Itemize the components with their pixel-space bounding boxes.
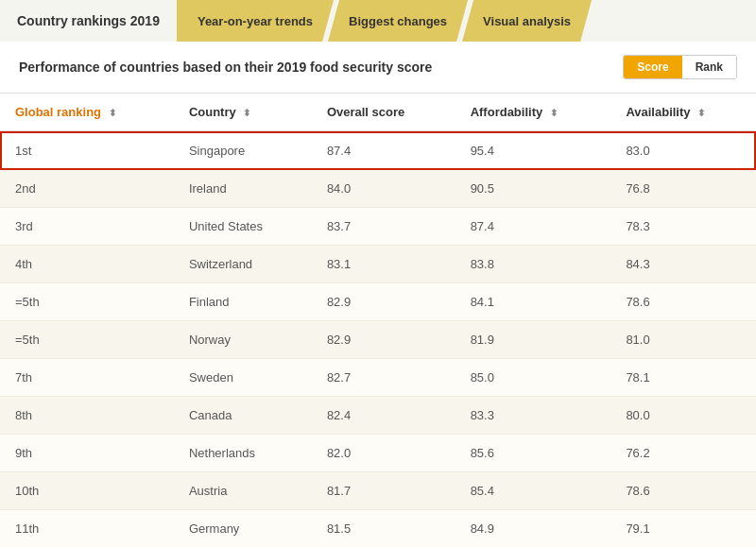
table-row[interactable]: 1stSingapore87.495.483.0 [0, 131, 756, 170]
cell-country: Ireland [174, 170, 312, 208]
cell-rank: 7th [0, 359, 174, 397]
cell-overall: 81.5 [312, 510, 455, 548]
col-header-country[interactable]: Country ⬍ [174, 94, 312, 131]
rankings-table: Global ranking ⬍ Country ⬍ Overall score… [0, 94, 756, 547]
tab-year-on-year[interactable]: Year-on-year trends [177, 0, 334, 42]
cell-affordability: 83.8 [455, 246, 611, 283]
table-row[interactable]: 9thNetherlands82.085.676.2 [0, 435, 756, 472]
cell-country: Singapore [174, 131, 312, 170]
cell-availability: 78.1 [610, 359, 756, 397]
table-row[interactable]: 11thGermany81.584.979.1 [0, 510, 756, 548]
table-row[interactable]: 3rdUnited States83.787.478.3 [0, 208, 756, 246]
cell-overall: 82.9 [312, 283, 455, 321]
cell-overall: 82.7 [312, 359, 455, 397]
cell-rank: 1st [0, 131, 174, 170]
cell-country: Germany [174, 510, 312, 548]
cell-overall: 82.9 [312, 321, 455, 359]
cell-availability: 79.1 [610, 510, 756, 548]
cell-affordability: 87.4 [455, 208, 611, 246]
cell-affordability: 84.9 [455, 510, 611, 548]
header-title: Country rankings 2019 [0, 0, 177, 42]
table-row[interactable]: 10thAustria81.785.478.6 [0, 472, 756, 510]
cell-affordability: 85.0 [455, 359, 611, 397]
cell-country: Sweden [174, 359, 312, 397]
cell-affordability: 95.4 [455, 131, 611, 170]
cell-affordability: 85.6 [455, 435, 611, 472]
cell-overall: 87.4 [312, 131, 455, 170]
subtitle-bar: Performance of countries based on their … [0, 42, 756, 94]
sort-icon-ranking: ⬍ [109, 108, 116, 118]
sort-icon-country: ⬍ [243, 108, 250, 118]
table-row[interactable]: 7thSweden82.785.078.1 [0, 359, 756, 397]
title-text: Country rankings 2019 [17, 13, 160, 28]
cell-country: Switzerland [174, 246, 312, 283]
sort-icon-availability: ⬍ [697, 108, 705, 118]
cell-affordability: 84.1 [455, 283, 611, 321]
table-header: Global ranking ⬍ Country ⬍ Overall score… [0, 94, 756, 131]
cell-overall: 81.7 [312, 472, 455, 510]
cell-rank: =5th [0, 283, 174, 321]
table-row[interactable]: 4thSwitzerland83.183.884.3 [0, 246, 756, 283]
subtitle-text: Performance of countries based on their … [19, 60, 432, 75]
score-rank-toggle: Score Rank [623, 55, 737, 79]
cell-availability: 78.6 [610, 283, 756, 321]
col-header-overall[interactable]: Overall score [312, 94, 455, 131]
table-row[interactable]: =5thNorway82.981.981.0 [0, 321, 756, 359]
col-header-ranking[interactable]: Global ranking ⬍ [0, 94, 174, 131]
cell-country: Norway [174, 321, 312, 359]
table-body: 1stSingapore87.495.483.02ndIreland84.090… [0, 131, 756, 547]
table-row[interactable]: 8thCanada82.483.380.0 [0, 397, 756, 435]
cell-overall: 84.0 [312, 170, 455, 208]
cell-availability: 76.2 [610, 435, 756, 472]
cell-overall: 83.7 [312, 208, 455, 246]
rank-toggle-button[interactable]: Rank [682, 56, 736, 78]
sort-icon-affordability: ⬍ [550, 108, 558, 118]
score-toggle-button[interactable]: Score [624, 56, 681, 78]
cell-availability: 80.0 [610, 397, 756, 435]
table-row[interactable]: =5thFinland82.984.178.6 [0, 283, 756, 321]
cell-availability: 78.6 [610, 472, 756, 510]
col-header-affordability[interactable]: Affordability ⬍ [455, 94, 611, 131]
tab-bar: Year-on-year trends Biggest changes Visu… [177, 0, 592, 42]
cell-overall: 82.0 [312, 435, 455, 472]
cell-rank: 4th [0, 246, 174, 283]
cell-country: Canada [174, 397, 312, 435]
cell-affordability: 81.9 [455, 321, 611, 359]
page-header: Country rankings 2019 Year-on-year trend… [0, 0, 756, 42]
cell-rank: 9th [0, 435, 174, 472]
cell-rank: 8th [0, 397, 174, 435]
cell-affordability: 85.4 [455, 472, 611, 510]
cell-rank: 11th [0, 510, 174, 548]
cell-affordability: 90.5 [455, 170, 611, 208]
col-header-availability[interactable]: Availability ⬍ [610, 94, 756, 131]
cell-country: United States [174, 208, 312, 246]
cell-availability: 84.3 [610, 246, 756, 283]
cell-rank: 2nd [0, 170, 174, 208]
cell-availability: 78.3 [610, 208, 756, 246]
cell-overall: 83.1 [312, 246, 455, 283]
cell-availability: 76.8 [610, 170, 756, 208]
tab-biggest-changes[interactable]: Biggest changes [328, 0, 468, 42]
data-table-container: Global ranking ⬍ Country ⬍ Overall score… [0, 94, 756, 547]
cell-country: Finland [174, 283, 312, 321]
cell-overall: 82.4 [312, 397, 455, 435]
table-row[interactable]: 2ndIreland84.090.576.8 [0, 170, 756, 208]
tab-visual-analysis[interactable]: Visual analysis [462, 0, 592, 42]
cell-availability: 81.0 [610, 321, 756, 359]
cell-country: Netherlands [174, 435, 312, 472]
cell-country: Austria [174, 472, 312, 510]
cell-rank: 3rd [0, 208, 174, 246]
cell-rank: 10th [0, 472, 174, 510]
cell-rank: =5th [0, 321, 174, 359]
cell-affordability: 83.3 [455, 397, 611, 435]
cell-availability: 83.0 [610, 131, 756, 170]
